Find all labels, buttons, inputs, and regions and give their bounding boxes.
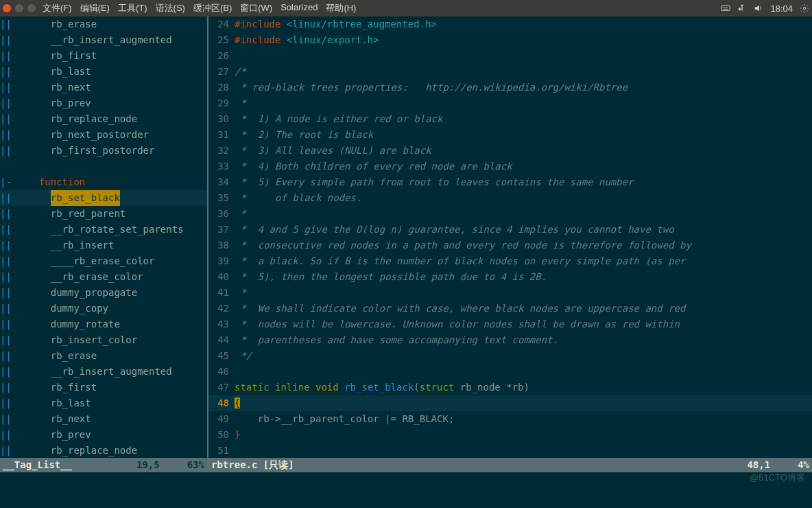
fold-indicator: || (0, 364, 27, 380)
code-text: * nodes will be lowercase. Unknown color… (235, 316, 812, 332)
code-text: * 4) Both children of every red node are… (235, 159, 812, 174)
taglist-row[interactable]: || rb_first (0, 380, 207, 395)
code-line[interactable]: 46 (208, 364, 812, 380)
menu-item[interactable]: 工具(T) (118, 2, 147, 14)
line-number: 50 (208, 427, 235, 443)
editor-body[interactable]: 24#include <linux/rbtree_augmented.h>25#… (208, 16, 812, 458)
line-number: 34 (208, 174, 235, 190)
tag-name: rb_first (27, 48, 97, 64)
network-icon[interactable] (737, 3, 747, 13)
code-text: * red-black trees properties: http://en.… (235, 80, 812, 95)
tag-name: rb_next_postorder (27, 127, 149, 143)
taglist-row[interactable]: || __rb_insert (0, 238, 207, 253)
taglist-row[interactable]: || __rb_insert_augmented (0, 32, 207, 48)
code-line[interactable]: 37 * 4 and 5 give the O(log n) guarantee… (208, 222, 812, 238)
minimize-icon[interactable] (15, 4, 23, 12)
code-line[interactable]: 28 * red-black trees properties: http://… (208, 80, 812, 95)
editor-main: || rb_erase|| __rb_insert_augmented|| rb… (0, 16, 812, 458)
taglist-row[interactable]: || dummy_copy (0, 301, 207, 316)
code-line[interactable]: 44 * parentheses and have some accompany… (208, 332, 812, 348)
taglist-row[interactable]: || rb_insert_color (0, 332, 207, 348)
taglist-row[interactable]: || __rb_insert_augmented (0, 364, 207, 380)
taglist-row[interactable]: || rb_prev (0, 95, 207, 111)
code-line[interactable]: 27/* (208, 64, 812, 80)
keyboard-icon[interactable] (721, 3, 730, 13)
code-line[interactable]: 25#include <linux/export.h> (208, 32, 812, 48)
menu-item[interactable]: 帮助(H) (326, 2, 356, 14)
code-line[interactable]: 35 * of black nodes. (208, 190, 812, 206)
code-line[interactable]: 38 * consecutive red nodes in a path and… (208, 238, 812, 253)
fold-indicator: || (0, 316, 27, 332)
taglist-row[interactable]: || dummy_rotate (0, 316, 207, 332)
code-line[interactable]: 34 * 5) Every simple path from root to l… (208, 174, 812, 190)
taglist-row[interactable]: || dummy_propagate (0, 285, 207, 301)
taglist-body[interactable]: || rb_erase|| __rb_insert_augmented|| rb… (0, 16, 207, 458)
taglist-row[interactable]: || rb_erase (0, 348, 207, 364)
taglist-row[interactable]: || rb_last (0, 64, 207, 80)
taglist-row[interactable]: || rb_erase (0, 16, 207, 32)
tag-name: rb_next (27, 411, 91, 427)
line-number: 33 (208, 159, 235, 174)
taglist-row[interactable]: |- function (0, 174, 207, 190)
fold-indicator: || (0, 238, 27, 253)
menu-item[interactable]: 窗口(W) (240, 2, 272, 14)
code-line[interactable]: 30 * 1) A node is either red or black (208, 111, 812, 127)
tag-name: dummy_propagate (27, 285, 137, 301)
code-line[interactable]: 43 * nodes will be lowercase. Unknown co… (208, 316, 812, 332)
code-text: */ (235, 348, 812, 364)
code-line[interactable]: 40 * 5), then the longest possible path … (208, 269, 812, 285)
code-line[interactable]: 49 rb->__rb_parent_color |= RB_BLACK; (208, 411, 812, 427)
code-text: } (235, 427, 812, 443)
code-line[interactable]: 41 * (208, 285, 812, 301)
code-line[interactable]: 39 * a black. So if B is the number of b… (208, 253, 812, 269)
code-line[interactable]: 36 * (208, 206, 812, 222)
code-line[interactable]: 31 * 2) The root is black (208, 127, 812, 143)
line-number: 24 (208, 16, 235, 32)
gear-icon[interactable] (800, 3, 809, 13)
code-line[interactable]: 45 */ (208, 348, 812, 364)
taglist-statusline: __Tag_List__ 19,5 63% (0, 458, 207, 472)
code-line[interactable]: 26 (208, 48, 812, 64)
taglist-row[interactable]: || ____rb_erase_color (0, 253, 207, 269)
menu-item[interactable]: Solarized (280, 2, 318, 14)
taglist-pane[interactable]: || rb_erase|| __rb_insert_augmented|| rb… (0, 16, 207, 458)
taglist-row[interactable]: || rb_prev (0, 427, 207, 443)
code-line[interactable]: 50} (208, 427, 812, 443)
taglist-row[interactable]: || rb_next (0, 80, 207, 95)
taglist-row[interactable]: || rb_next_postorder (0, 127, 207, 143)
menu-item[interactable]: 文件(F) (43, 2, 72, 14)
taglist-row[interactable]: || rb_first_postorder (0, 143, 207, 159)
taglist-row[interactable] (0, 159, 207, 174)
fold-indicator: || (0, 48, 27, 64)
menu-item[interactable]: 编辑(E) (80, 2, 110, 14)
taglist-row[interactable]: || rb_next (0, 411, 207, 427)
taglist-row[interactable]: || __rb_rotate_set_parents (0, 222, 207, 238)
taglist-row[interactable]: || rb_set_black (0, 190, 207, 206)
taglist-row[interactable]: || __rb_erase_color (0, 269, 207, 285)
code-pane[interactable]: 24#include <linux/rbtree_augmented.h>25#… (208, 16, 812, 458)
menu-item[interactable]: 缓冲区(B) (193, 2, 232, 14)
taglist-row[interactable]: || rb_red_parent (0, 206, 207, 222)
clock[interactable]: 18:04 (770, 3, 793, 14)
code-text: * We shall indicate color with case, whe… (235, 301, 812, 316)
close-icon[interactable] (3, 4, 11, 12)
code-line[interactable]: 51 (208, 443, 812, 458)
code-line[interactable]: 33 * 4) Both children of every red node … (208, 159, 812, 174)
maximize-icon[interactable] (27, 4, 36, 12)
taglist-row[interactable]: || rb_last (0, 395, 207, 411)
menu-item[interactable]: 语法(S) (156, 2, 185, 14)
code-line[interactable]: 48{ (208, 395, 812, 411)
taglist-row[interactable]: || rb_replace_node (0, 443, 207, 458)
code-line[interactable]: 32 * 3) All leaves (NULL) are black (208, 143, 812, 159)
code-line[interactable]: 42 * We shall indicate color with case, … (208, 301, 812, 316)
taglist-row[interactable]: || rb_first (0, 48, 207, 64)
taglist-row[interactable]: || rb_replace_node (0, 111, 207, 127)
speaker-icon[interactable] (754, 3, 763, 13)
code-line[interactable]: 47static inline void rb_set_black(struct… (208, 380, 812, 395)
line-number: 41 (208, 285, 235, 301)
command-area[interactable] (0, 472, 812, 508)
svg-point-5 (803, 7, 806, 10)
code-line[interactable]: 24#include <linux/rbtree_augmented.h> (208, 16, 812, 32)
line-number: 49 (208, 411, 235, 427)
code-line[interactable]: 29 * (208, 95, 812, 111)
